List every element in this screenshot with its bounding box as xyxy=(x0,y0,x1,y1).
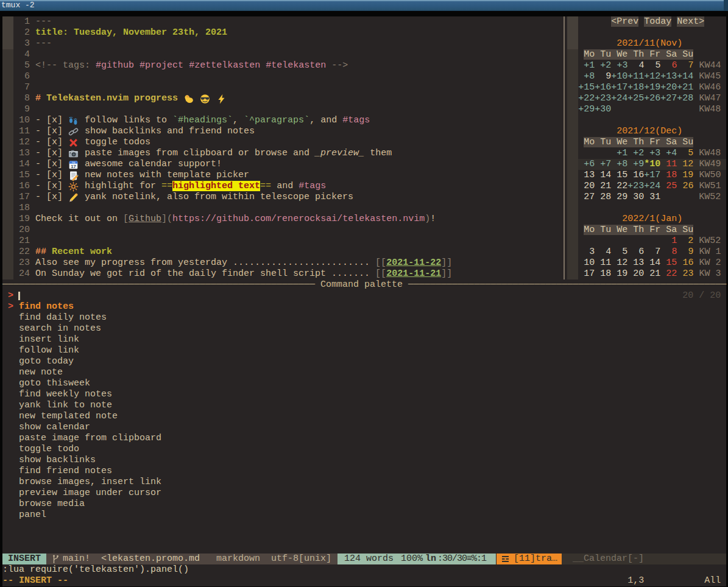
svg-text:17: 17 xyxy=(71,164,76,169)
